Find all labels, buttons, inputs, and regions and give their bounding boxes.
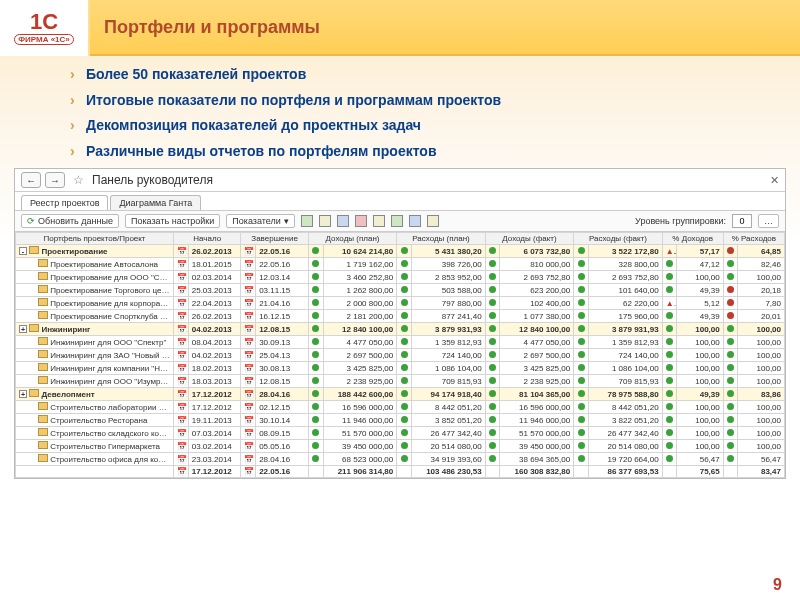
projects-grid[interactable]: Портфель проектов/ПроектНачалоЗавершение…: [15, 232, 785, 478]
table-row[interactable]: Проектирование для корпорации "Надежн...…: [16, 297, 785, 310]
cell: 724 140,00: [412, 349, 486, 362]
cell: 2 000 800,00: [323, 297, 397, 310]
nav-fwd-button[interactable]: →: [45, 172, 65, 188]
table-row[interactable]: Строительство лаборатории для ООО "Спе..…: [16, 401, 785, 414]
status-icon: [723, 414, 738, 427]
expand-icon[interactable]: -: [19, 247, 27, 255]
status-icon: [485, 336, 500, 349]
status-icon: [485, 401, 500, 414]
status-icon: [574, 453, 589, 466]
calendar-icon: 📅: [244, 351, 255, 360]
cell: 100,00: [677, 271, 723, 284]
cell: 4 477 050,00: [500, 336, 574, 349]
table-row[interactable]: Инжиниринг для компании "Надежная кре...…: [16, 362, 785, 375]
column-header[interactable]: Доходы (факт): [485, 233, 573, 245]
cell: 3 460 252,80: [323, 271, 397, 284]
cell: 28.04.16: [256, 388, 309, 401]
status-icon: [662, 388, 677, 401]
status-icon: [485, 297, 500, 310]
toolbar-icon[interactable]: [355, 215, 367, 227]
cell: 2 693 752,80: [500, 271, 574, 284]
indicators-dropdown[interactable]: Показатели ▾: [226, 214, 294, 228]
close-icon[interactable]: ✕: [770, 174, 779, 187]
status-icon: [574, 258, 589, 271]
column-header[interactable]: Завершение: [241, 233, 308, 245]
toolbar-icon[interactable]: [337, 215, 349, 227]
table-row[interactable]: Проектирование для ООО "Стройкорпорац...…: [16, 271, 785, 284]
cell: 49,39: [677, 388, 723, 401]
status-icon: [308, 336, 323, 349]
status-icon: [308, 466, 323, 478]
cell: 22.05.16: [256, 245, 309, 258]
status-icon: [662, 453, 677, 466]
table-row[interactable]: Инжиниринг для ООО "Спектр"📅08.04.2013📅3…: [16, 336, 785, 349]
cell: 100,00: [677, 440, 723, 453]
cell: 100,00: [738, 414, 785, 427]
calendar-icon: 📅: [244, 364, 255, 373]
table-row[interactable]: Строительство офиса для корпорации "Н...…: [16, 453, 785, 466]
column-header[interactable]: Портфель проектов/Проект: [16, 233, 174, 245]
group-row[interactable]: - Проектирование📅26.02.2013📅22.05.1610 6…: [16, 245, 785, 258]
cell: 503 588,00: [412, 284, 486, 297]
window-title: Панель руководителя: [92, 173, 213, 187]
expand-icon[interactable]: +: [19, 325, 27, 333]
toolbar-icon[interactable]: [391, 215, 403, 227]
item-icon: [38, 376, 48, 384]
calendar-icon: 📅: [177, 377, 188, 386]
table-row[interactable]: Проектирование Автосалона📅18.01.2015📅22.…: [16, 258, 785, 271]
item-icon: [38, 363, 48, 371]
cell: 18.03.2013: [188, 375, 241, 388]
table-row[interactable]: Проектирование Спортклуба "Аполлон"📅26.0…: [16, 310, 785, 323]
toolbar-icon[interactable]: [427, 215, 439, 227]
table-row[interactable]: Строительство Гипермаркета📅03.02.2014📅05…: [16, 440, 785, 453]
grouping-input[interactable]: [732, 214, 752, 228]
expand-icon[interactable]: +: [19, 390, 27, 398]
table-row[interactable]: Инжиниринг для ЗАО "Новый век"📅04.02.201…: [16, 349, 785, 362]
toolbar-icon[interactable]: [409, 215, 421, 227]
calendar-icon: 📅: [244, 338, 255, 347]
column-header[interactable]: Доходы (план): [308, 233, 396, 245]
grouping-more-button[interactable]: …: [758, 214, 779, 228]
table-row[interactable]: Инжиниринг для ООО "Изумруд"📅18.03.2013📅…: [16, 375, 785, 388]
star-icon[interactable]: ☆: [73, 173, 84, 187]
bullet-item: Более 50 показателей проектов: [70, 66, 772, 84]
column-header[interactable]: Начало: [174, 233, 241, 245]
status-icon: [574, 375, 589, 388]
tab-gantt[interactable]: Диаграмма Ганта: [110, 195, 201, 210]
total-row[interactable]: 📅17.12.2012📅22.05.16211 906 314,80103 48…: [16, 466, 785, 478]
group-row[interactable]: + Инжиниринг📅04.02.2013📅12.08.1512 840 1…: [16, 323, 785, 336]
status-icon: [485, 284, 500, 297]
status-icon: [574, 427, 589, 440]
table-row[interactable]: Строительство Ресторана📅19.11.2013📅30.10…: [16, 414, 785, 427]
toolbar-icon[interactable]: [319, 215, 331, 227]
toolbar-icon[interactable]: [301, 215, 313, 227]
calendar-icon: 📅: [177, 325, 188, 334]
show-settings-button[interactable]: Показать настройки: [125, 214, 220, 228]
cell: 94 174 918,40: [412, 388, 486, 401]
column-header[interactable]: Расходы (план): [397, 233, 485, 245]
status-icon: 📅: [241, 440, 256, 453]
cell: 100,00: [738, 323, 785, 336]
nav-back-button[interactable]: ←: [21, 172, 41, 188]
tab-registry[interactable]: Реестр проектов: [21, 195, 108, 210]
cell: 47,12: [677, 258, 723, 271]
status-icon: [485, 440, 500, 453]
status-icon: 📅: [174, 258, 189, 271]
column-header[interactable]: Расходы (факт): [574, 233, 662, 245]
refresh-button[interactable]: ⟳Обновить данные: [21, 214, 119, 228]
cell: 78 975 588,80: [588, 388, 662, 401]
status-icon: [485, 271, 500, 284]
column-header[interactable]: % Доходов: [662, 233, 723, 245]
page-number: 9: [773, 576, 782, 594]
status-icon: [397, 245, 412, 258]
status-icon: [723, 336, 738, 349]
group-row[interactable]: + Девелопмент📅17.12.2012📅28.04.16188 442…: [16, 388, 785, 401]
column-header[interactable]: % Расходов: [723, 233, 784, 245]
table-row[interactable]: Проектирование Торгового центра📅25.03.20…: [16, 284, 785, 297]
status-icon: 📅: [174, 401, 189, 414]
toolbar-icon[interactable]: [373, 215, 385, 227]
calendar-icon: 📅: [177, 260, 188, 269]
cell: 39 450 000,00: [323, 440, 397, 453]
cell: 18.01.2015: [188, 258, 241, 271]
table-row[interactable]: Строительство складского комплекса для .…: [16, 427, 785, 440]
